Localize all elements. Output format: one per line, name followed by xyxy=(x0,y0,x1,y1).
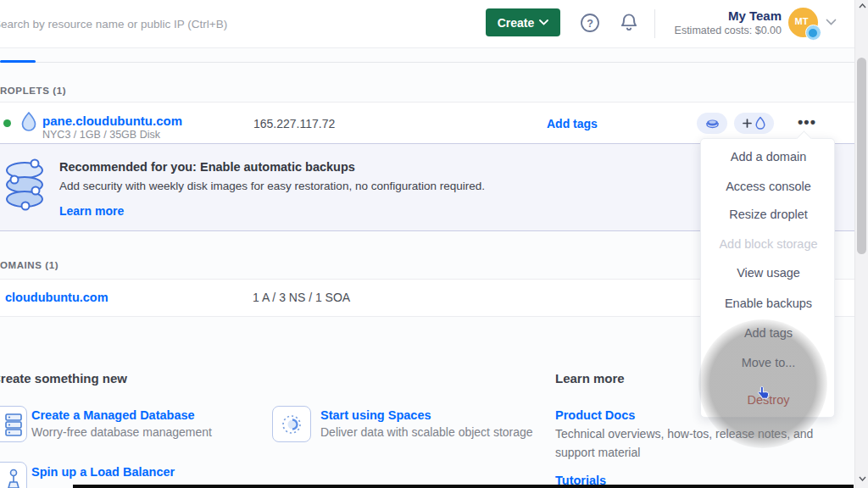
menu-item-view-usage[interactable]: View usage xyxy=(701,262,836,284)
spaces-link[interactable]: Start using Spaces xyxy=(320,408,431,422)
create-new-heading: Create something new xyxy=(0,371,127,385)
managed-database-link[interactable]: Create a Managed Database xyxy=(31,408,195,422)
estimated-costs: Estimated costs: $0.00 xyxy=(627,24,782,38)
avatar-initials: MT xyxy=(795,16,809,26)
domain-name-link[interactable]: cloudubuntu.com xyxy=(5,291,108,304)
spaces-desc: Deliver data with scalable object storag… xyxy=(320,425,533,439)
scroll-up-button[interactable] xyxy=(855,0,868,12)
domains-section-title: DOMAINS (1) xyxy=(0,260,58,270)
droplet-ip: 165.227.117.72 xyxy=(253,117,335,130)
small-droplet-icon xyxy=(754,116,766,130)
scroll-down-button[interactable] xyxy=(855,473,868,485)
banner-body: Add security with weekly disk images for… xyxy=(59,180,485,192)
plus-icon xyxy=(743,119,752,128)
scrollbar-track[interactable] xyxy=(854,0,868,488)
avatar[interactable]: MT xyxy=(788,8,818,37)
team-name: My Team xyxy=(627,8,782,24)
menu-item-add-block-storage: Add block storage xyxy=(701,233,836,255)
tab-strip-divider xyxy=(0,62,854,63)
avatar-badge-icon xyxy=(805,25,821,41)
droplet-name-link[interactable]: pane.cloudubuntu.com xyxy=(42,114,182,128)
backup-stack-icon xyxy=(3,157,47,218)
chevron-down-icon xyxy=(859,476,866,481)
status-dot xyxy=(3,119,11,127)
domain-records: 1 A / 3 NS / 1 SOA xyxy=(253,291,350,304)
learn-more-link[interactable]: Learn more xyxy=(59,204,124,218)
search-input[interactable] xyxy=(0,12,434,36)
menu-item-enable-backups[interactable]: Enable backups xyxy=(701,292,836,314)
droplet-context-menu: Add a domain Access console Resize dropl… xyxy=(700,138,835,418)
menu-item-add-tags[interactable]: Add tags xyxy=(701,322,836,344)
load-balancer-iconbox xyxy=(0,462,27,488)
help-button[interactable]: ? xyxy=(579,12,601,34)
menu-item-move-to[interactable]: Move to... xyxy=(701,352,836,374)
ellipsis-icon: ••• xyxy=(798,114,816,130)
chevron-down-icon xyxy=(539,19,548,25)
chevron-up-icon xyxy=(859,3,866,8)
spaces-icon xyxy=(281,413,303,435)
product-docs-desc-line2: support material xyxy=(555,446,640,459)
load-balancer-icon xyxy=(3,468,25,488)
droplets-section-title: DROPLETS (1) xyxy=(0,86,66,96)
account-chevron-down-icon[interactable] xyxy=(826,19,837,25)
add-tags-link[interactable]: Add tags xyxy=(547,117,598,130)
snapshot-button[interactable] xyxy=(697,113,727,134)
banner-title: Recommended for you: Enable automatic ba… xyxy=(59,160,355,174)
question-circle-icon: ? xyxy=(580,13,600,33)
database-icon xyxy=(3,413,24,436)
create-button-label: Create xyxy=(498,16,535,30)
create-button[interactable]: Create xyxy=(486,8,560,36)
droplet-icon xyxy=(19,111,38,134)
scrollbar-thumb[interactable] xyxy=(857,58,866,254)
product-docs-link[interactable]: Product Docs xyxy=(555,408,635,422)
managed-database-desc: Worry-free database management xyxy=(31,425,212,439)
load-balancer-link[interactable]: Spin up a Load Balancer xyxy=(31,465,175,479)
droplet-specs: NYC3 / 1GB / 35GB Disk xyxy=(42,129,160,141)
team-menu[interactable]: My Team Estimated costs: $0.00 xyxy=(627,8,782,38)
learn-more-heading: Learn more xyxy=(555,371,625,385)
more-options-button[interactable]: ••• xyxy=(793,111,821,133)
letterbox-bar xyxy=(73,485,854,488)
menu-item-add-a-domain[interactable]: Add a domain xyxy=(701,146,836,168)
menu-item-access-console[interactable]: Access console xyxy=(701,175,836,197)
add-volume-button[interactable] xyxy=(734,113,774,134)
spaces-iconbox xyxy=(272,406,311,442)
top-bar: Create ? My Team Estimated costs: $0.00 … xyxy=(0,0,868,48)
svg-text:?: ? xyxy=(587,18,593,30)
product-docs-desc-line1: Technical overviews, how-tos, release no… xyxy=(555,427,813,441)
digitalocean-dashboard: Create ? My Team Estimated costs: $0.00 … xyxy=(0,0,868,488)
disc-icon xyxy=(705,119,720,129)
managed-database-iconbox xyxy=(0,406,27,442)
active-tab-indicator xyxy=(0,60,36,63)
menu-item-destroy[interactable]: Destroy xyxy=(701,389,836,411)
menu-item-resize-droplet[interactable]: Resize droplet xyxy=(701,203,836,225)
